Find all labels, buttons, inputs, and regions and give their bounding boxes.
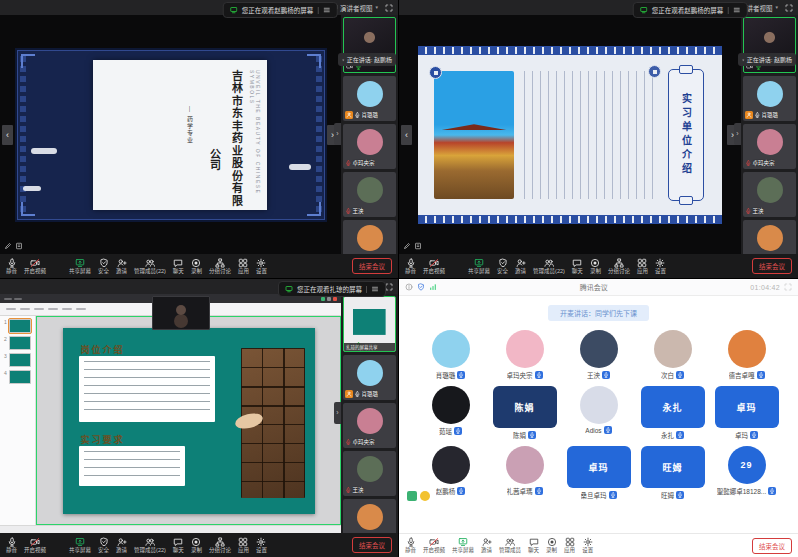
annotate-pen-icon[interactable] [4,242,12,250]
toolbar-button[interactable]: 静音 [405,537,416,554]
toolbar-button[interactable]: 安全 [98,258,109,275]
banner-menu-icon[interactable] [732,6,740,14]
participant-cell[interactable]: 礼茜卓瑪 [491,446,559,500]
participant-cell[interactable]: 卓玛央宗 [491,330,559,380]
participant-cell[interactable]: 卓玛 桑旦卓玛 [565,446,633,500]
participant-tile[interactable]: 德吉卓嘎 [343,220,396,254]
participant-cell[interactable]: 陈娟 陈娟 [491,386,559,440]
sidebar-collapse-handle[interactable] [734,123,741,145]
participant-tile[interactable]: 肖璐璐 [343,76,396,121]
toolbar-button[interactable]: 开启视频 [423,537,445,554]
sidebar-collapse-handle[interactable] [334,402,341,424]
toolbar-button[interactable]: 聊天 [173,537,184,554]
prev-slide-button[interactable] [401,125,412,145]
end-meeting-button[interactable]: 结束会议 [352,258,392,274]
annotation-pen-icon[interactable] [407,491,417,501]
participant-tile[interactable]: 肖璐璐 [743,76,796,121]
toolbar-button[interactable]: 管理成员(22) [134,258,166,275]
participant-cell[interactable]: 王泱 [565,330,633,380]
toolbar-button[interactable]: 设置 [256,537,267,554]
participant-cell[interactable]: 旺姆 旺姆 [639,446,707,500]
toolbar-button[interactable]: 应用 [238,258,249,275]
toolbar-button[interactable]: 设置 [256,258,267,275]
toolbar-button[interactable]: 分组讨论 [209,258,231,275]
participant-cell[interactable]: 德吉卓嘎 [713,330,781,380]
participant-tile[interactable]: 肖璐璐 [343,355,396,400]
toolbar-button[interactable]: 应用 [637,258,648,275]
participant-cell[interactable]: Adios [565,386,633,440]
toolbar-button[interactable]: 邀请 [515,258,526,275]
notes-icon[interactable] [414,242,422,250]
toolbar-button[interactable]: 共享屏幕 [69,258,91,275]
meeting-info-icon[interactable] [405,283,413,291]
participant-cell[interactable]: 茹瑶 [417,386,485,440]
toolbar-button[interactable]: 聊天 [572,258,583,275]
toolbar-button[interactable]: 安全 [98,537,109,554]
participant-tile[interactable]: 卓玛央宗 [343,403,396,448]
slide-thumbnail[interactable]: 3 [4,353,31,367]
banner-menu-icon[interactable] [322,6,330,14]
toolbar-button[interactable]: 录制 [590,258,601,275]
window-button[interactable] [321,297,325,301]
participant-cell[interactable]: 肖璐璐 [417,330,485,380]
fullscreen-icon[interactable] [784,283,792,291]
participant-tile[interactable]: 卓玛央宗 [343,124,396,169]
fullscreen-icon[interactable] [385,283,393,291]
toolbar-button[interactable]: 共享屏幕 [468,258,490,275]
toolbar-button[interactable]: 静音 [405,258,416,275]
annotate-pen-icon[interactable] [403,242,411,250]
toolbar-button[interactable]: 安全 [497,258,508,275]
toolbar-button[interactable]: 静音 [6,258,17,275]
toolbar-button[interactable]: 设置 [655,258,666,275]
toolbar-button[interactable]: 分组讨论 [608,258,630,275]
toolbar-button[interactable]: 应用 [238,537,249,554]
participant-cell[interactable]: 永扎 永扎 [639,386,707,440]
banner-menu-icon[interactable] [371,285,379,293]
slide-thumbnail[interactable]: 1 [4,319,31,333]
toolbar-button[interactable]: 开启视频 [24,258,46,275]
notes-icon[interactable] [15,242,23,250]
screen-share-preview-tile[interactable]: 扎琼的屏幕共享 [343,296,396,352]
emoji-sticker-icon[interactable] [420,491,430,501]
prev-slide-button[interactable] [2,125,13,145]
toolbar-button[interactable]: 聊天 [528,537,539,554]
security-shield-icon[interactable] [417,283,425,291]
toolbar-button[interactable]: 录制 [191,258,202,275]
toolbar-button[interactable]: 静音 [6,537,17,554]
fullscreen-icon[interactable] [785,4,793,12]
end-meeting-button[interactable]: 结束会议 [752,538,792,554]
toolbar-button[interactable]: 应用 [564,537,575,554]
toolbar-button[interactable]: 分组讨论 [209,537,231,554]
toolbar-button[interactable]: 聊天 [173,258,184,275]
participant-tile[interactable]: 王泱 [343,451,396,496]
window-minimize-button[interactable] [327,297,331,301]
view-mode-button[interactable]: 演讲者视图 ▼ [330,3,379,13]
slide-thumbnail[interactable]: 2 [4,336,31,350]
sidebar-collapse-handle[interactable] [334,123,341,145]
participant-tile[interactable]: 卓玛央宗 [743,124,796,169]
participant-tile[interactable]: 王泱 [743,172,796,217]
floating-self-video[interactable] [152,296,210,330]
toolbar-button[interactable]: 设置 [582,537,593,554]
fullscreen-icon[interactable] [385,4,393,12]
toolbar-button[interactable]: 邀请 [481,537,492,554]
participant-tile[interactable]: 王泱 [343,172,396,217]
toolbar-button[interactable]: 共享屏幕 [452,537,474,554]
toolbar-button[interactable]: 开启视频 [24,537,46,554]
toolbar-button[interactable]: 管理成员(22) [533,258,565,275]
window-close-button[interactable] [333,297,337,301]
toolbar-button[interactable]: 开启视频 [423,258,445,275]
participant-cell[interactable]: 卓玛 卓玛 [713,386,781,440]
participant-tile[interactable]: 德吉卓嘎 [743,220,796,254]
end-meeting-button[interactable]: 结束会议 [752,258,792,274]
participant-cell[interactable]: 次白 [639,330,707,380]
slide-thumbnail[interactable]: 4 [4,370,31,384]
toolbar-button[interactable]: 邀请 [116,537,127,554]
toolbar-button[interactable]: 录制 [191,537,202,554]
toolbar-button[interactable]: 邀请 [116,258,127,275]
toolbar-button[interactable]: 共享屏幕 [69,537,91,554]
toolbar-button[interactable]: 管理成员(22) [134,537,166,554]
end-meeting-button[interactable]: 结束会议 [352,537,392,553]
participant-cell[interactable]: 29 聖懿娜卓18128... [713,446,781,500]
toolbar-button[interactable]: 管理成员 [499,537,521,554]
